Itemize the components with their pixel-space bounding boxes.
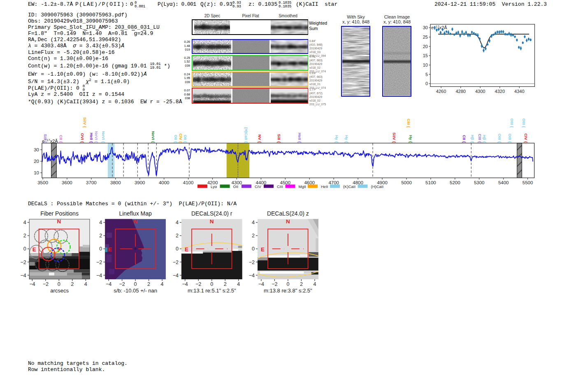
svg-text:HeII {: HeII { <box>89 132 94 143</box>
svg-text:0: 0 <box>252 246 255 252</box>
svg-text:MgII: MgII <box>299 184 306 189</box>
svg-text:4280: 4280 <box>455 89 465 94</box>
svg-text:Hβ {: Hβ { <box>470 135 475 143</box>
svg-text:SiII {: SiII { <box>43 134 48 143</box>
svg-text:SiIV {: SiIV { <box>392 132 397 143</box>
svg-text:2: 2 <box>300 281 303 287</box>
svg-text:−2: −2 <box>173 260 179 265</box>
svg-text:3800: 3800 <box>110 180 121 185</box>
svg-text:−4: −4 <box>96 273 102 278</box>
svg-text:HeII {: HeII { <box>297 132 302 143</box>
svg-text:4700: 4700 <box>328 180 339 185</box>
svg-text:NV {: NV { <box>258 135 262 143</box>
svg-text:2: 2 <box>252 233 255 239</box>
svg-text:Fiber Positions: Fiber Positions <box>40 210 79 217</box>
svg-text:DECaLS(24.0) r: DECaLS(24.0) r <box>191 210 232 217</box>
svg-text:3900: 3900 <box>135 180 145 185</box>
svg-text:4340: 4340 <box>514 89 524 94</box>
svg-text:OVI {: OVI { <box>80 133 85 143</box>
svg-text:Lineflux Map: Lineflux Map <box>119 210 152 217</box>
svg-text:Hγ {: Hγ { <box>344 135 349 143</box>
svg-text:0: 0 <box>425 81 428 86</box>
svg-text:NeVI {: NeVI { <box>151 131 156 143</box>
svg-text:(H)CaII: (H)CaII <box>371 184 384 189</box>
svg-text:−2: −2 <box>272 281 277 287</box>
svg-text:OII {: OII { <box>183 135 188 143</box>
svg-text:CIV {: CIV { <box>524 133 528 143</box>
svg-text:−4: −4 <box>258 281 264 287</box>
svg-text:Lyα: Lyα <box>211 184 217 189</box>
svg-text:15: 15 <box>423 53 428 58</box>
svg-text:−2: −2 <box>21 260 26 265</box>
svg-text:−4: −4 <box>21 273 26 278</box>
svg-text:4260: 4260 <box>436 89 446 94</box>
svg-text:4: 4 <box>176 220 179 225</box>
svg-text:−4: −4 <box>249 273 255 278</box>
svg-text:−2: −2 <box>119 281 125 287</box>
svg-text:25: 25 <box>423 35 428 39</box>
svg-text:−2: −2 <box>43 281 49 287</box>
svg-text:4: 4 <box>23 220 26 225</box>
svg-text:(K)CaII: (K)CaII <box>343 184 355 189</box>
svg-text:4: 4 <box>237 281 240 287</box>
svg-text:0: 0 <box>23 246 26 252</box>
svg-text:−4: −4 <box>182 281 188 287</box>
svg-text:−4: −4 <box>173 273 179 278</box>
svg-text:5000: 5000 <box>401 180 412 185</box>
svg-text:0: 0 <box>210 281 213 287</box>
svg-text:CIII {: CIII { <box>406 118 411 128</box>
svg-text:2: 2 <box>147 281 150 287</box>
svg-text:4100: 4100 <box>183 180 194 185</box>
svg-text:0: 0 <box>286 281 289 287</box>
svg-text:(H)CaII {: (H)CaII { <box>244 127 249 143</box>
svg-text:5300: 5300 <box>474 180 485 185</box>
svg-text:5100: 5100 <box>425 180 436 185</box>
svg-text:m:13.1 re:5.1" s:2.5": m:13.1 re:5.1" s:2.5" <box>188 288 236 294</box>
svg-text:0: 0 <box>58 281 60 287</box>
svg-text:Hγ {: Hγ { <box>334 135 339 143</box>
svg-text:N: N <box>286 218 290 225</box>
svg-text:N: N <box>210 218 214 225</box>
svg-text:N: N <box>133 218 137 225</box>
svg-text:Hγ {: Hγ { <box>409 135 413 143</box>
svg-text:DECaLS(24.0) z: DECaLS(24.0) z <box>267 210 309 217</box>
svg-text:20: 20 <box>423 44 428 49</box>
svg-text:s/b: -10.05 +/- nan: s/b: -10.05 +/- nan <box>114 288 157 294</box>
svg-text:0: 0 <box>99 246 102 252</box>
svg-text:4: 4 <box>252 220 255 225</box>
svg-text:4000: 4000 <box>159 180 170 185</box>
svg-text:CII {: CII { <box>462 135 467 143</box>
svg-text:30: 30 <box>34 147 39 152</box>
svg-text:CIV {: CIV { <box>179 133 183 143</box>
svg-text:−4: −4 <box>29 281 35 287</box>
svg-text:2: 2 <box>23 233 26 239</box>
svg-text:0: 0 <box>176 246 179 252</box>
svg-text:3500: 3500 <box>37 180 48 185</box>
svg-text:5200: 5200 <box>450 180 460 185</box>
svg-text:m:13.8 re:3.8" s:2.5": m:13.8 re:3.8" s:2.5" <box>264 288 312 294</box>
svg-text:4: 4 <box>161 281 164 287</box>
svg-text:E: E <box>33 246 36 253</box>
svg-text:10: 10 <box>34 170 39 175</box>
svg-text:CIII {: CIII { <box>478 134 482 143</box>
svg-text:−2: −2 <box>96 260 102 265</box>
svg-text:4300: 4300 <box>475 89 485 94</box>
svg-text:N: N <box>57 218 61 225</box>
svg-text:30: 30 <box>423 25 428 30</box>
svg-text:5500: 5500 <box>523 180 533 185</box>
svg-text:2: 2 <box>224 281 227 287</box>
svg-text:SiII {: SiII { <box>277 134 281 143</box>
svg-text:E: E <box>108 246 112 253</box>
svg-text:E: E <box>261 246 265 253</box>
svg-text:3700: 3700 <box>86 180 97 185</box>
svg-text:3600: 3600 <box>62 180 72 185</box>
svg-text:Hβ {: Hβ { <box>482 135 487 143</box>
svg-text:0: 0 <box>134 281 137 287</box>
svg-text:2: 2 <box>71 281 74 287</box>
svg-text:E: E <box>185 246 188 253</box>
svg-text:OII: OII <box>233 184 239 189</box>
svg-text:HeII: HeII <box>321 184 328 189</box>
svg-text:4320: 4320 <box>495 89 505 94</box>
svg-text:CIV: CIV <box>255 184 262 189</box>
svg-text:−2: −2 <box>249 260 255 265</box>
